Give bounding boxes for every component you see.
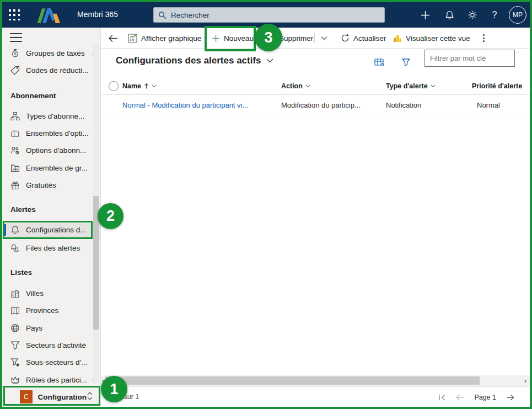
horizontal-scrollbar[interactable]: ‹ › [101, 375, 530, 386]
previous-page-button[interactable] [456, 394, 464, 401]
refresh-button[interactable]: Actualiser [341, 28, 386, 49]
delete-button[interactable]: Supprimer [267, 28, 313, 49]
column-header-priorite-alerte[interactable]: Priorité d'alerte [472, 77, 522, 95]
table-row[interactable]: Normal - Modification du participant vi.… [101, 95, 530, 115]
area-switcher[interactable]: C Configuration [2, 386, 101, 407]
sidebar-item-configurations-des-alertes[interactable]: Configurations d... [2, 221, 101, 238]
settings-button[interactable] [461, 2, 483, 28]
quick-create-button[interactable] [414, 2, 436, 28]
sidebar-item-label: Sous-secteurs d'... [26, 358, 87, 366]
gift-icon [10, 180, 20, 190]
org-chart-icon [10, 111, 20, 121]
column-header-name[interactable]: Name [122, 77, 157, 95]
next-page-button[interactable] [506, 394, 514, 401]
command-divider [314, 33, 315, 43]
sidebar-section-alertes: Alertes [10, 205, 36, 214]
sidebar-section-abonnement: Abonnement [10, 92, 56, 100]
sidebar-item-label: Codes de réducti... [26, 66, 88, 75]
scroll-right-chevron-icon[interactable]: › [524, 376, 526, 385]
sidebar-scrollbar-thumb[interactable] [93, 196, 99, 330]
sidebar-item-options-abonnement[interactable]: Options d'abonn... [2, 142, 101, 159]
row-action-cell: Modification du particip... [281, 95, 361, 115]
keyword-filter-input[interactable] [430, 54, 509, 62]
chart-icon [128, 34, 137, 43]
area-badge: C [20, 390, 33, 403]
first-page-icon [438, 394, 446, 401]
alert-bell-icon [10, 225, 20, 235]
crown-icon [10, 375, 20, 385]
chevron-down-icon [152, 84, 157, 88]
filter-button[interactable] [399, 56, 413, 69]
refresh-label: Actualiser [353, 34, 386, 43]
search-input[interactable] [171, 11, 380, 19]
app-logo [33, 6, 67, 26]
sidebar-item-types-abonnement[interactable]: Types d'abonne... [2, 108, 101, 125]
sidebar-item-provinces[interactable]: Provinces [2, 302, 101, 319]
scroll-left-chevron-icon[interactable]: ‹ [102, 376, 104, 385]
sidebar-item-files-des-alertes[interactable]: Files des alertes [2, 240, 101, 257]
view-selector[interactable]: Configurations des alertes actifs [116, 55, 273, 66]
area-badge-letter: C [24, 393, 29, 401]
sidebar-section-listes: Listes [10, 268, 32, 277]
first-page-button[interactable] [438, 394, 446, 401]
folder-grid-icon [10, 163, 20, 173]
record-count: 1 - 1 sur 1 [108, 393, 139, 401]
hamburger-icon[interactable] [10, 33, 22, 42]
refresh-icon [341, 34, 350, 43]
sidebar-item-label: Ensembles de gr... [26, 164, 88, 172]
show-chart-button[interactable]: Afficher graphique [128, 28, 201, 49]
sidebar-item-secteurs-activite[interactable]: Secteurs d'activité [2, 337, 101, 354]
sidebar-item-label: Groupes de taxes [26, 49, 85, 57]
app-title: Membri 365 [77, 10, 118, 19]
horizontal-scrollbar-thumb[interactable] [105, 376, 480, 385]
back-arrow-icon [108, 34, 118, 43]
delete-overflow-chevron[interactable] [321, 28, 327, 49]
sidebar-item-codes-de-reduction[interactable]: Codes de réducti... [2, 62, 101, 79]
chevron-down-icon [321, 36, 327, 40]
visualize-view-button[interactable]: Visualiser cette vue [393, 28, 470, 49]
help-icon[interactable]: ? [483, 2, 506, 28]
more-commands-button[interactable] [478, 28, 489, 49]
column-header-type-alerte[interactable]: Type d'alerte [386, 77, 436, 95]
app-window: Membri 365 ? MP $ Groupes de taxes Codes… [0, 0, 532, 409]
sidebar-item-label: Secteurs d'activité [26, 341, 86, 349]
funnel-dot-icon [10, 358, 20, 367]
status-bar: 1 - 1 sur 1 Page 1 [101, 386, 530, 407]
global-search[interactable] [153, 7, 385, 23]
ellipsis-icon [483, 34, 485, 42]
next-page-icon [506, 394, 514, 401]
view-header: Configurations des alertes actifs [101, 51, 530, 72]
sidebar-item-ensembles-options[interactable]: Ensembles d'opti... [2, 125, 101, 142]
delete-label: Supprimer [279, 34, 313, 43]
sidebar-item-label: Configurations d... [26, 226, 87, 234]
notifications-button[interactable] [438, 2, 460, 28]
new-plus-icon [212, 34, 220, 43]
keyword-filter[interactable] [424, 50, 515, 67]
sidebar-item-sous-secteurs[interactable]: Sous-secteurs d'... [2, 354, 101, 371]
sidebar-item-label: Rôles des partici... [26, 376, 87, 384]
edit-columns-icon [374, 58, 385, 67]
sidebar-item-gratuites[interactable]: Gratuités [2, 177, 101, 194]
sidebar-item-pays[interactable]: Pays [2, 320, 101, 337]
row-priority-cell: Normal [477, 95, 500, 115]
sidebar-item-label: Options d'abonn... [26, 146, 86, 155]
sidebar-item-ensembles-de-groupes[interactable]: Ensembles de gr... [2, 160, 101, 177]
chevron-down-icon [305, 84, 310, 88]
avatar[interactable]: MP [509, 6, 526, 24]
plus-icon [421, 10, 430, 20]
back-button[interactable] [108, 28, 118, 49]
bells-icon [10, 243, 20, 253]
sidebar-item-groupes-de-taxes[interactable]: $ Groupes de taxes [2, 45, 101, 62]
row-name-link[interactable]: Normal - Modification du participant vi.… [122, 95, 248, 115]
column-header-action[interactable]: Action [281, 77, 310, 95]
edit-columns-button[interactable] [372, 56, 386, 69]
sidebar-item-label: Files des alertes [26, 244, 80, 252]
city-icon [10, 289, 20, 298]
sidebar-item-label: Ensembles d'opti... [26, 129, 89, 137]
sidebar-item-villes[interactable]: Villes [2, 285, 101, 302]
avatar-initials: MP [513, 11, 523, 19]
new-button[interactable]: Nouveau [212, 28, 254, 49]
delete-icon [267, 34, 275, 43]
select-all-checkbox[interactable] [109, 81, 119, 91]
waffle-icon[interactable] [9, 9, 21, 22]
